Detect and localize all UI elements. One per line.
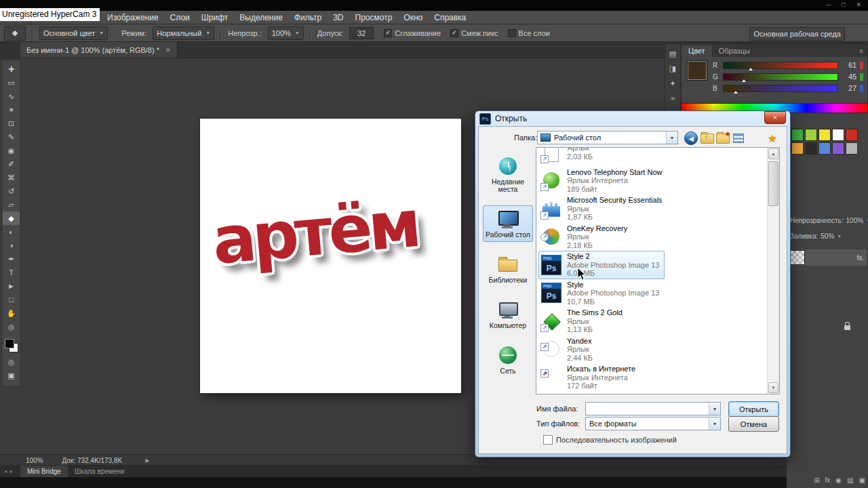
type-tool[interactable]: T (3, 266, 20, 279)
move-tool[interactable]: ✚ (3, 62, 20, 76)
styles-panel-icon[interactable]: ≈ (671, 94, 675, 102)
zoom-tool[interactable]: ◎ (3, 320, 20, 333)
paint-bucket-tool[interactable]: ◆ (3, 211, 20, 225)
combobox-arrow-button[interactable]: ▼ (709, 403, 720, 415)
tolerance-input[interactable]: 32 (349, 27, 374, 39)
place-network[interactable]: Сеть (483, 342, 533, 378)
cancel-button[interactable]: Отмена (728, 416, 779, 432)
active-tool-icon[interactable]: ◆ (4, 26, 26, 41)
clone-stamp-tool[interactable]: ⌘ (3, 171, 20, 184)
up-one-level-button[interactable] (700, 131, 715, 146)
option-checkbox-1[interactable]: ✓Сглаживание (384, 29, 441, 37)
image-sequence-checkbox[interactable]: Последовательность изображений (543, 435, 677, 445)
opacity-value[interactable]: 100% (846, 217, 864, 224)
menu-item-7[interactable]: Просмотр (355, 13, 393, 22)
tab-swatches[interactable]: Образцы (712, 45, 757, 57)
layer-row[interactable]: fx. (787, 249, 867, 266)
magic-wand-tool[interactable]: ✶ (3, 103, 20, 117)
healing-brush-tool[interactable]: ◉ (3, 144, 20, 157)
channel-value[interactable]: 45 (842, 73, 856, 81)
tab-color[interactable]: Цвет (682, 45, 712, 57)
tab-close-icon[interactable]: ✕ (165, 47, 171, 54)
file-row-8[interactable]: YandexЯрлык2,44 КБ (538, 336, 766, 364)
place-desktop[interactable]: Рабочий стол (483, 205, 533, 242)
file-row-9[interactable]: Искать в ИнтернетеЯрлык Интернета172 бай… (538, 363, 766, 392)
slider-marker[interactable] (749, 68, 753, 70)
option-checkbox-3[interactable]: Все слои (508, 29, 550, 37)
opacity-select[interactable]: 100%▼ (268, 26, 304, 40)
path-selection-tool[interactable]: ► (3, 279, 20, 293)
marquee-tool[interactable]: ▭ (3, 76, 20, 89)
shape-tool[interactable]: □ (3, 293, 20, 306)
layer-thumbnail[interactable] (790, 250, 805, 265)
group-icon[interactable]: ▤ (847, 476, 853, 484)
view-menu-button[interactable] (731, 131, 746, 146)
history-panel-icon[interactable]: ▤ (669, 49, 676, 58)
dodge-tool[interactable]: ◑ (3, 239, 20, 252)
foreground-color-swatch[interactable] (687, 60, 707, 81)
back-button[interactable]: ◀ (684, 131, 698, 146)
trash-icon[interactable]: ▣ (859, 476, 865, 484)
vertical-scrollbar[interactable]: ▲ ▼ (767, 148, 779, 394)
pen-tool[interactable]: ✒ (3, 252, 20, 266)
folder-combobox[interactable]: Рабочий стол ▼ (537, 131, 678, 144)
collapse-chevrons-icon[interactable]: ▲▲ (4, 469, 14, 473)
hand-tool[interactable]: ✋ (3, 306, 20, 320)
link-icon[interactable]: ⊞ (814, 476, 819, 484)
lasso-tool[interactable]: ∿ (3, 89, 20, 103)
combobox-arrow-button[interactable]: ▼ (666, 131, 677, 144)
bottom-tab-2[interactable]: Шкала времени (68, 466, 131, 477)
menu-item-5[interactable]: Фильтр (294, 13, 321, 22)
channel-value[interactable]: 27 (842, 84, 856, 92)
maximize-button[interactable]: □ (842, 1, 845, 8)
brush-tool[interactable]: ✐ (3, 157, 20, 171)
chevron-down-icon[interactable]: ▼ (837, 234, 842, 239)
swatch-8[interactable] (818, 142, 831, 155)
document-tab[interactable]: Без имени-1 @ 100% (артём, RGB/8) * ✕ (20, 42, 178, 58)
place-recent[interactable]: Недавние места (483, 152, 533, 197)
checkbox-icon[interactable] (508, 29, 516, 37)
foreground-background-swatches[interactable] (5, 339, 18, 352)
slider-marker[interactable] (742, 79, 746, 82)
menu-item-3[interactable]: Шрифт (201, 13, 228, 22)
file-row-4[interactable]: OneKey RecoveryЯрлык2,18 КБ (538, 223, 766, 251)
file-row-1[interactable]: Ярлык2,03 КБ (538, 147, 766, 167)
scrollbar-thumb[interactable] (768, 161, 778, 206)
favorites-button[interactable]: ★ (765, 131, 780, 146)
file-row-5[interactable]: Style 2Adobe Photoshop Image 136,09 МБ (538, 251, 665, 279)
file-row-6[interactable]: StyleAdobe Photoshop Image 1310,7 МБ (538, 279, 766, 308)
quick-mask-button[interactable]: ◎ (3, 355, 20, 369)
fx-icon[interactable]: fx (825, 476, 831, 484)
swatch-10[interactable] (846, 142, 858, 155)
open-button[interactable]: Открыть (728, 401, 779, 417)
fill-value[interactable]: 50% (821, 232, 834, 240)
scroll-down-button[interactable]: ▼ (768, 382, 778, 393)
swatch-9[interactable] (832, 142, 844, 155)
place-libraries[interactable]: Библиотеки (483, 251, 533, 287)
fill-source-select[interactable]: Основной цвет▼ (39, 26, 108, 40)
adjustments-panel-icon[interactable]: ✦ (669, 79, 675, 88)
file-row-3[interactable]: Microsoft Security EssentialsЯрлык1,87 К… (538, 195, 766, 223)
channel-slider-b[interactable] (723, 85, 838, 92)
scroll-up-button[interactable]: ▲ (768, 148, 778, 159)
eyedropper-tool[interactable]: ✎ (3, 130, 20, 144)
menu-item-4[interactable]: Выделение (239, 13, 283, 22)
checkbox-icon[interactable]: ✓ (450, 29, 458, 37)
new-folder-button[interactable] (715, 131, 730, 146)
slider-marker[interactable] (734, 91, 738, 94)
eraser-tool[interactable]: ▱ (3, 198, 20, 211)
option-checkbox-2[interactable]: ✓Смеж.пикс (450, 29, 498, 37)
menu-item-1[interactable]: Изображение (107, 13, 159, 22)
menu-item-6[interactable]: 3D (333, 13, 343, 22)
crop-tool[interactable]: ⊡ (3, 117, 20, 130)
place-computer[interactable]: Компьютер (483, 296, 533, 333)
swatch-3[interactable] (818, 129, 831, 141)
swatch-1[interactable] (791, 129, 804, 141)
file-row-2[interactable]: Lenovo Telephony Start NowЯрлык Интернет… (538, 167, 766, 195)
menu-item-9[interactable]: Справка (434, 13, 466, 22)
history-brush-tool[interactable]: ↺ (3, 184, 20, 198)
screen-mode-button[interactable]: ▣ (3, 369, 20, 382)
file-name-combobox[interactable]: ▼ (585, 402, 721, 415)
menu-item-8[interactable]: Окно (403, 13, 422, 22)
menu-item-2[interactable]: Слои (170, 13, 190, 22)
